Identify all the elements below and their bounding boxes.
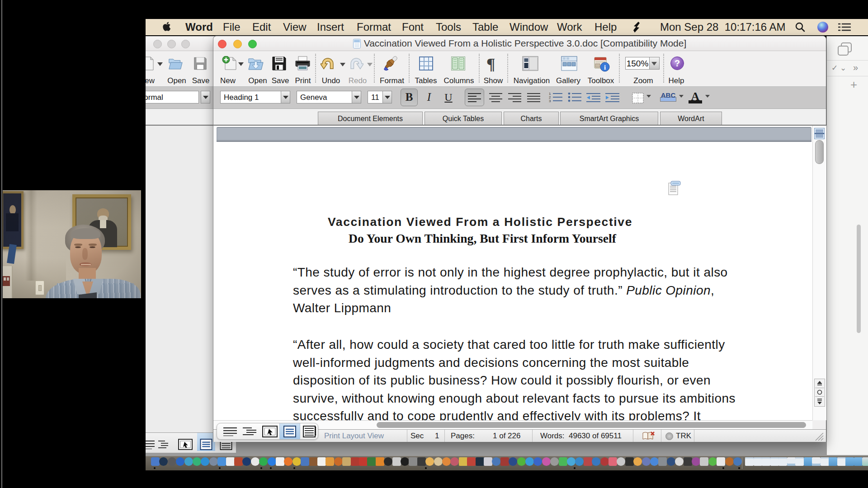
svg-text:?: ? bbox=[675, 58, 680, 68]
svg-text:3: 3 bbox=[549, 99, 551, 103]
svg-text:i: i bbox=[604, 64, 606, 71]
